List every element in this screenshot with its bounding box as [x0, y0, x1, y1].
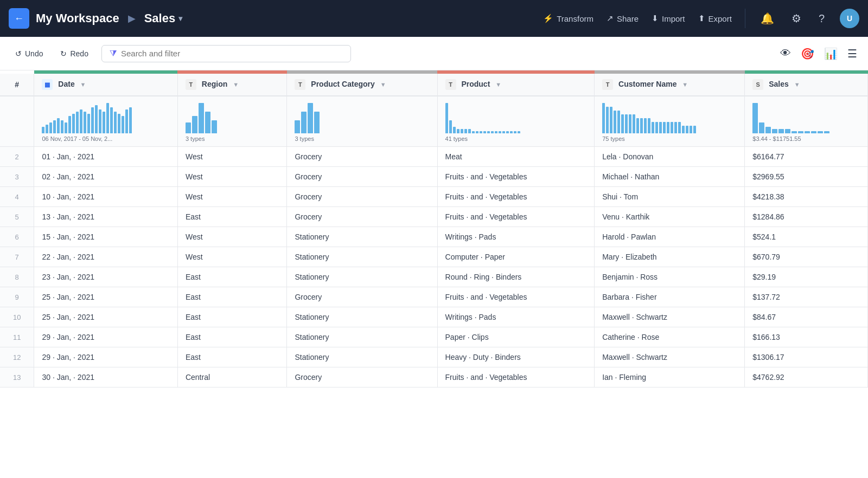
cell-custname: Ian · Fleming [595, 367, 745, 387]
cell-date: 22 · Jan, · 2021 [34, 247, 177, 267]
back-button[interactable]: ← [9, 8, 29, 29]
col-sales-sort-icon[interactable]: ▼ [794, 81, 800, 88]
table-row[interactable]: 615 · Jan, · 2021WestStationeryWritings … [0, 227, 868, 247]
cell-region: West [177, 147, 287, 167]
col-header-productcategory[interactable]: T Product Category ▼ [287, 74, 437, 96]
stats-row: 06 Nov, 2017 - 05 Nov, 2... 3 types 3 ty… [0, 96, 868, 147]
table-row[interactable]: 925 · Jan, · 2021EastGroceryFruits · and… [0, 287, 868, 307]
cell-custname: Michael · Nathan [595, 167, 745, 187]
stats-sales: $3.44 - $11751.55 [745, 96, 868, 147]
stats-rownum [0, 96, 34, 147]
col-header-date[interactable]: ▦ Date ▼ [34, 74, 177, 96]
col-header-region[interactable]: T Region ▼ [177, 74, 287, 96]
col-date-icon: ▦ [42, 79, 53, 90]
view-toggle-button[interactable]: 👁 [780, 47, 791, 60]
cell-sales: $84.67 [745, 307, 868, 327]
target-button[interactable]: 🎯 [801, 47, 814, 60]
col-sales-icon: S [752, 79, 763, 90]
table-row[interactable]: 823 · Jan, · 2021EastStationeryRound · R… [0, 267, 868, 287]
user-avatar[interactable]: U [840, 9, 859, 28]
cell-sales: $670.79 [745, 247, 868, 267]
cell-custname: Benjamin · Ross [595, 267, 745, 287]
col-custname-sort-icon[interactable]: ▼ [682, 81, 688, 88]
cell-rownum: 7 [0, 247, 34, 267]
cell-sales: $2969.55 [745, 167, 868, 187]
cell-product: Writings · Pads [437, 227, 595, 247]
redo-button[interactable]: ↻ Redo [56, 46, 92, 61]
share-button[interactable]: ↗ Share [607, 14, 639, 23]
cell-region: East [177, 347, 287, 367]
table-row[interactable]: 1129 · Jan, · 2021EastStationeryPaper · … [0, 327, 868, 347]
nav-actions: ⚡ Transform ↗ Share ⬇ Import ⬆ Export 🔔 … [543, 9, 859, 28]
table-row[interactable]: 302 · Jan, · 2021WestGroceryFruits · and… [0, 167, 868, 187]
cell-product: Fruits · and · Vegetables [437, 167, 595, 187]
cell-sales: $4218.38 [745, 187, 868, 207]
workspace-label: My Workspace [36, 11, 119, 25]
cell-sales: $137.72 [745, 287, 868, 307]
cell-region: East [177, 307, 287, 327]
cell-custname: Harold · Pawlan [595, 227, 745, 247]
cell-prodcat: Stationery [287, 327, 437, 347]
cell-date: 25 · Jan, · 2021 [34, 307, 177, 327]
col-date-sort-icon[interactable]: ▼ [80, 81, 86, 88]
cell-sales: $166.13 [745, 327, 868, 347]
cell-region: West [177, 167, 287, 187]
cell-sales: $6164.77 [745, 147, 868, 167]
import-button[interactable]: ⬇ Import [652, 14, 685, 23]
notifications-button[interactable]: 🔔 [758, 10, 776, 27]
search-input[interactable] [121, 49, 343, 58]
filter-panel-button[interactable]: ☰ [847, 47, 857, 60]
table-row[interactable]: 722 · Jan, · 2021WestStationeryComputer … [0, 247, 868, 267]
col-header-customername[interactable]: T Customer Name ▼ [595, 74, 745, 96]
cell-prodcat: Grocery [287, 367, 437, 387]
cell-product: Fruits · and · Vegetables [437, 287, 595, 307]
table-wrapper[interactable]: # ▦ Date ▼ T Region ▼ T Product Category… [0, 70, 868, 478]
toolbar-right-icons: 👁 🎯 📊 ☰ [780, 47, 857, 60]
cell-prodcat: Grocery [287, 207, 437, 227]
settings-button[interactable]: ⚙ [789, 10, 803, 27]
cell-rownum: 11 [0, 327, 34, 347]
undo-button[interactable]: ↺ Undo [11, 46, 47, 61]
stats-region: 3 types [177, 96, 287, 147]
cell-region: West [177, 227, 287, 247]
col-custname-icon: T [602, 79, 613, 90]
toolbar: ↺ Undo ↻ Redo ⧩ 👁 🎯 📊 ☰ [0, 37, 868, 70]
cell-prodcat: Grocery [287, 147, 437, 167]
import-icon: ⬇ [652, 14, 659, 23]
cell-rownum: 8 [0, 267, 34, 287]
cell-product: Fruits · and · Vegetables [437, 207, 595, 227]
search-filter-box: ⧩ [101, 45, 351, 62]
col-product-sort-icon[interactable]: ▼ [495, 81, 501, 88]
nav-divider [745, 9, 745, 28]
transform-button[interactable]: ⚡ Transform [543, 14, 593, 23]
nav-title-chevron-icon[interactable]: ▾ [178, 14, 182, 23]
cell-rownum: 10 [0, 307, 34, 327]
table-row[interactable]: 1330 · Jan, · 2021CentralGroceryFruits ·… [0, 367, 868, 387]
cell-prodcat: Grocery [287, 287, 437, 307]
col-header-product[interactable]: T Product ▼ [437, 74, 595, 96]
nav-title: Sales ▾ [144, 11, 183, 25]
cell-rownum: 13 [0, 367, 34, 387]
chart-button[interactable]: 📊 [824, 47, 838, 60]
table-row[interactable]: 410 · Jan, · 2021WestGroceryFruits · and… [0, 187, 868, 207]
cell-date: 13 · Jan, · 2021 [34, 207, 177, 227]
cell-custname: Lela · Donovan [595, 147, 745, 167]
cell-product: Computer · Paper [437, 247, 595, 267]
header-row: # ▦ Date ▼ T Region ▼ T Product Category… [0, 74, 868, 96]
export-button[interactable]: ⬆ Export [698, 14, 732, 23]
col-prodcat-sort-icon[interactable]: ▼ [380, 81, 386, 88]
cell-sales: $29.19 [745, 267, 868, 287]
table-row[interactable]: 1025 · Jan, · 2021EastStationeryWritings… [0, 307, 868, 327]
table-row[interactable]: 513 · Jan, · 2021EastGroceryFruits · and… [0, 207, 868, 227]
table-body: 201 · Jan, · 2021WestGroceryMeatLela · D… [0, 147, 868, 387]
help-button[interactable]: ? [816, 10, 827, 27]
col-prodcat-icon: T [295, 79, 305, 90]
col-header-sales[interactable]: S Sales ▼ [745, 74, 868, 96]
table-row[interactable]: 201 · Jan, · 2021WestGroceryMeatLela · D… [0, 147, 868, 167]
cell-sales: $524.1 [745, 227, 868, 247]
cell-custname: Venu · Karthik [595, 207, 745, 227]
col-region-sort-icon[interactable]: ▼ [233, 81, 239, 88]
cell-custname: Shui · Tom [595, 187, 745, 207]
cell-date: 29 · Jan, · 2021 [34, 327, 177, 347]
table-row[interactable]: 1229 · Jan, · 2021EastStationeryHeavy · … [0, 347, 868, 367]
